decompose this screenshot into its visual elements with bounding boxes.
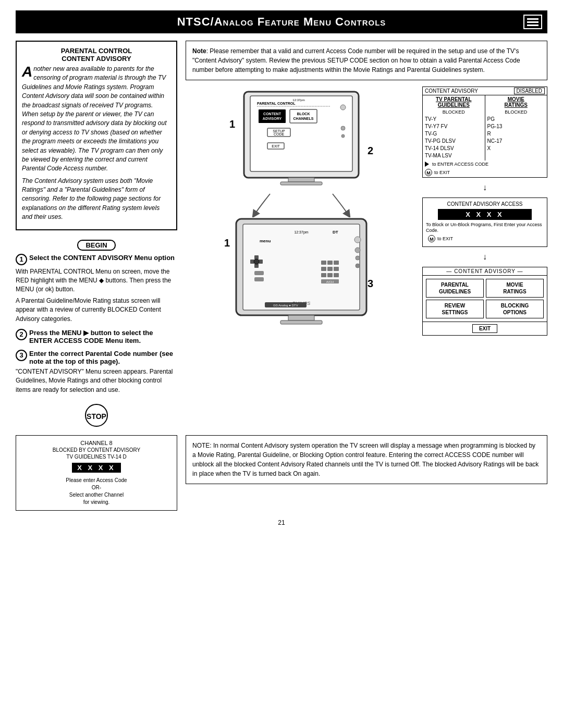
tv-item-tvma: TV-MA LSV [425,152,483,159]
right-column: Note: Please remember that a valid and c… [186,41,547,431]
panel-footer-exit: M to EXIT [423,168,547,177]
svg-text:EXIT: EXIT [272,144,280,148]
svg-rect-3 [280,182,322,185]
step-label-2-right: 2 [368,145,373,157]
svg-text:DT: DT [333,230,338,235]
step-number-1: 1 [16,254,27,265]
step-2: 2 Press the MENU ▶ button to select the … [16,329,177,344]
page-title-bar: NTSC/Analog Feature Menu Controls [16,10,547,33]
content-advisory-disabled-panel: CONTENT ADVISORY DISABLED TV PARENTALGUI… [422,87,547,178]
bottom-note-label: NOTE [192,442,210,449]
step-number-3: 3 [16,350,27,361]
begin-wrap: BEGIN [16,236,177,254]
ca-label: CONTENT ADVISORY [425,88,478,94]
svg-text:12:37pm: 12:37pm [294,230,308,235]
svg-rect-45 [334,267,339,271]
svg-point-17 [340,105,346,110]
main-layout: PARENTAL CONTROL CONTENT ADVISORY Anothe… [16,41,547,431]
access-code-box: X X X X [438,209,532,220]
svg-rect-23 [288,315,314,320]
page-title: NTSC/Analog Feature Menu Controls [40,15,523,29]
svg-rect-43 [321,267,326,271]
access-panel-exit: M to EXIT [426,234,544,243]
parental-control-box: PARENTAL CONTROL CONTENT ADVISORY Anothe… [16,41,177,230]
ca-btn-review-settings[interactable]: REVIEWSETTINGS [426,300,484,318]
svg-text:PARENTAL CONTROL: PARENTAL CONTROL [257,102,296,105]
svg-rect-24 [280,320,322,324]
svg-rect-38 [254,277,264,281]
channel-subtitle2: TV GUIDELINES TV-14 D [20,454,173,460]
svg-rect-47 [327,273,333,277]
svg-point-30 [356,264,360,268]
svg-point-36 [254,259,259,264]
m-button-2: M [428,235,435,242]
channel-code: X X X X [72,463,121,473]
channel-subtitle1: BLOCKED BY CONTENT ADVISORY [20,447,173,453]
tv-item-tv14: TV-14 DLSV [425,145,483,152]
ca-btn-parental-guidelines[interactable]: PARENTALGUIDELINES [426,279,484,298]
svg-point-18 [341,126,345,130]
svg-rect-44 [327,267,333,271]
bottom-note-box: NOTE: In normal Content Advisory system … [186,435,547,484]
step-1-body2: A Parental Guideline/Movie Rating status… [16,297,177,324]
svg-rect-1 [250,96,352,171]
ca-buttons-grid: PARENTALGUIDELINES MOVIERATINGS REVIEWSE… [423,276,547,322]
step-label-1-bottom: 1 [224,237,230,249]
parental-control-header: PARENTAL CONTROL CONTENT ADVISORY [22,47,171,63]
channel-blocked-box: CHANNEL 8 BLOCKED BY CONTENT ADVISORY TV… [16,435,177,511]
bottom-right: NOTE: In normal Content Advisory system … [186,435,547,511]
step-3-header: Enter the correct Parental Code number (… [29,350,177,365]
svg-rect-22 [243,224,360,310]
movie-nc17: NC-17 [487,138,545,145]
ui-panels: CONTENT ADVISORY DISABLED TV PARENTALGUI… [422,87,547,336]
ca-exit-btn[interactable]: EXIT [472,324,497,333]
tv-blocked-label: BLOCKED [425,109,483,116]
panel-footer-enter: to ENTER ACCESS CODE [423,161,547,168]
page-number: 21 [16,519,547,526]
access-panel-note: To Block or Un-Block Programs, First Ent… [426,222,544,234]
svg-rect-48 [334,273,339,277]
ca-btn-blocking-options[interactable]: BLOCKINGOPTIONS [486,300,544,318]
svg-text:CODE: CODE [274,132,285,136]
step-label-3: 3 [368,278,373,290]
svg-text:CONTENT: CONTENT [263,112,282,116]
ca-btn-movie-ratings[interactable]: MOVIERATINGS [486,279,544,298]
movie-pg13: PG-13 [487,123,545,130]
tv-bottom-svg: 12:37pm DT menu [234,214,369,328]
svg-rect-2 [288,178,314,182]
channel-note: Please enter Access Code OR- Select anot… [20,477,173,506]
m-button-1: M [425,169,432,176]
middle-section: 1 PARENTAL CONTROL CONTENT [186,87,547,336]
movie-r: R [487,130,545,138]
movie-blocked-label: BLOCKED [487,109,545,116]
step-1-header: Select the CONTENT ADVISORY Menu option [29,254,175,262]
note-label: Note [192,47,206,55]
tv-bottom-wrapper: 1 3 12:37pm DT [234,214,369,330]
channel-title: CHANNEL 8 [20,440,173,446]
svg-text:0/3  Analog  ● DTV: 0/3 Analog ● DTV [273,304,298,307]
arrow-down-1: ↓ [422,183,547,192]
svg-point-29 [356,256,360,260]
play-icon [425,162,429,167]
svg-rect-46 [321,273,326,277]
left-column: PARENTAL CONTROL CONTENT ADVISORY Anothe… [16,41,177,431]
svg-text:CHANNELS: CHANNELS [293,117,314,120]
tv-item-tvg: TV-G [425,130,483,138]
step-2-header: Press the MENU ▶ button to select the EN… [29,329,177,344]
svg-text:A/CH: A/CH [326,280,334,283]
movie-pg: PG [487,116,545,123]
ca-panel-header: — CONTENT ADVISORY — [423,267,547,276]
ca-exit: EXIT [423,322,547,335]
tv-top-svg: PARENTAL CONTROL CONTENT ADVISORY BLOCK … [239,87,364,191]
svg-point-28 [355,248,360,253]
step-3-body: "CONTENT ADVISORY" Menu screen appears. … [16,367,177,394]
step-number-2: 2 [16,329,27,340]
drop-cap-a: A [22,65,32,79]
svg-rect-37 [254,271,264,275]
access-panel-label: CONTENT ADVISORY ACCESS [426,201,544,207]
movie-x: X [487,145,545,152]
svg-text:ADVISORY: ADVISORY [263,117,282,120]
step-3: 3 Enter the correct Parental Code number… [16,350,177,394]
tv-item-tvpg: TV-PG DLSV [425,138,483,145]
svg-rect-40 [321,261,326,265]
